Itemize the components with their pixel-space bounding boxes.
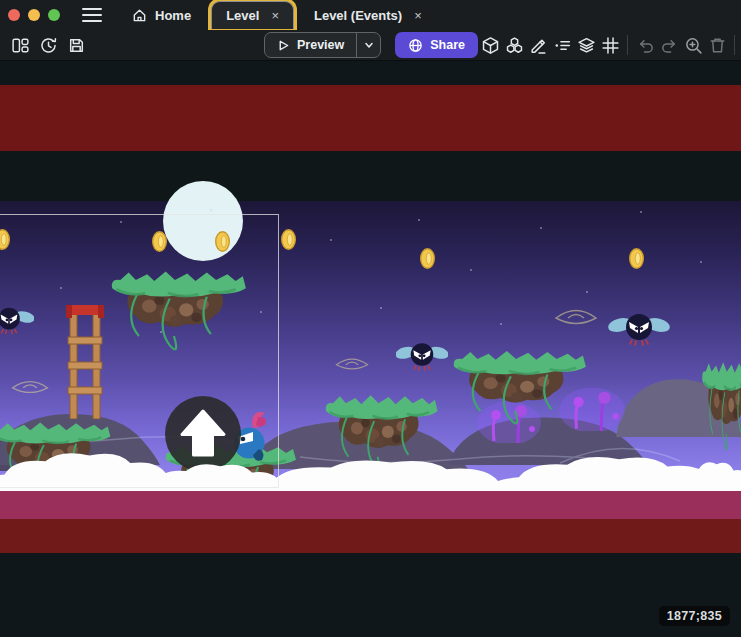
eye-doodle-object[interactable] <box>553 305 599 329</box>
toolbar-center-group: Preview Share <box>264 32 478 58</box>
object-groups-icon[interactable] <box>502 32 526 58</box>
instances-list-icon[interactable] <box>550 32 574 58</box>
bat-enemy-object[interactable] <box>396 339 448 377</box>
coin-object[interactable] <box>281 229 296 250</box>
share-button[interactable]: Share <box>395 32 478 58</box>
tab-label: Level <box>226 8 259 23</box>
window-controls <box>8 9 60 21</box>
star-speck <box>330 239 332 241</box>
star-speck <box>700 261 702 263</box>
grid-icon[interactable] <box>598 32 622 58</box>
floating-island-object[interactable] <box>448 345 590 425</box>
titlebar: Home Level × Level (Events) × <box>0 0 741 30</box>
chevron-down-icon <box>363 39 375 51</box>
tab-label: Level (Events) <box>314 8 402 23</box>
objects-icon[interactable] <box>478 32 502 58</box>
star-speck <box>586 291 588 293</box>
scene-magenta-band[interactable] <box>0 491 741 519</box>
gdevelop-window: Home Level × Level (Events) × <box>0 0 741 637</box>
share-label: Share <box>430 38 465 52</box>
cursor-coordinates: 1877;835 <box>659 606 730 626</box>
minimize-window-button[interactable] <box>28 9 40 21</box>
preview-main[interactable]: Preview <box>265 33 356 57</box>
toolbar-left-group <box>8 32 88 58</box>
menu-icon[interactable] <box>82 8 102 22</box>
preview-dropdown[interactable] <box>356 33 380 57</box>
panels-icon[interactable] <box>8 32 32 58</box>
bat-enemy-object[interactable] <box>607 310 671 352</box>
preview-label: Preview <box>297 38 344 52</box>
toolbar-separator <box>734 35 735 55</box>
eye-doodle-object[interactable] <box>334 355 370 373</box>
star-speck <box>500 323 502 325</box>
floating-island-object[interactable] <box>700 355 741 451</box>
toolbar-separator <box>627 35 628 55</box>
coin-object[interactable] <box>420 248 435 269</box>
star-speck <box>640 211 642 213</box>
close-window-button[interactable] <box>8 9 20 21</box>
coin-object[interactable] <box>629 248 644 269</box>
close-tab-icon[interactable]: × <box>414 8 422 23</box>
scene-bottom-red-band[interactable] <box>0 519 741 553</box>
star-speck <box>540 227 542 229</box>
layers-icon[interactable] <box>574 32 598 58</box>
tab-bar: Home Level × Level (Events) × <box>118 0 436 30</box>
tab-level-events[interactable]: Level (Events) × <box>300 1 436 29</box>
history-icon[interactable] <box>36 32 60 58</box>
globe-icon <box>408 38 423 53</box>
star-speck <box>418 219 420 221</box>
save-icon[interactable] <box>64 32 88 58</box>
scene-toolbar: Preview Share <box>0 30 741 60</box>
zoom-in-icon[interactable] <box>681 32 705 58</box>
preview-button[interactable]: Preview <box>264 32 381 58</box>
delete-icon[interactable] <box>705 32 729 58</box>
toolbar-right-group <box>478 32 741 58</box>
maximize-window-button[interactable] <box>48 9 60 21</box>
play-icon <box>277 39 290 52</box>
scene-canvas[interactable]: 1877;835 <box>0 60 741 637</box>
close-tab-icon[interactable]: × <box>271 8 279 23</box>
tab-label: Home <box>155 8 191 23</box>
home-icon <box>132 8 147 23</box>
star-speck <box>210 209 212 211</box>
selection-rectangle <box>0 214 279 488</box>
tab-level[interactable]: Level × <box>211 1 294 29</box>
star-speck <box>380 307 382 309</box>
tab-home[interactable]: Home <box>118 1 205 29</box>
edit-objects-icon[interactable] <box>526 32 550 58</box>
redo-icon[interactable] <box>657 32 681 58</box>
undo-icon[interactable] <box>633 32 657 58</box>
star-speck <box>470 269 472 271</box>
